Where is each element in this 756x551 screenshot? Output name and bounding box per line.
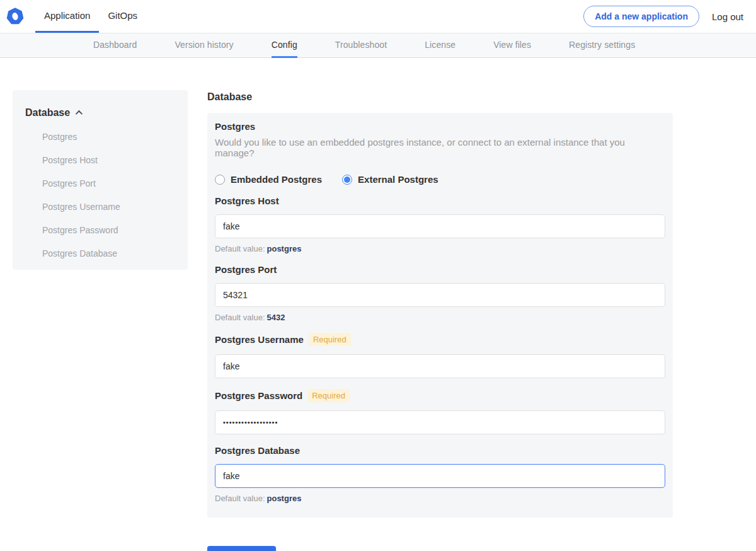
- postgres-database-input[interactable]: [215, 464, 665, 488]
- sidebar-group-database[interactable]: Database: [25, 107, 175, 119]
- config-main-column: Database Postgres Would you like to use …: [207, 91, 673, 551]
- sidebar-item-postgres-password[interactable]: Postgres Password: [25, 225, 175, 235]
- add-new-application-button[interactable]: Add a new application: [583, 6, 699, 27]
- tab-application-label: Application: [44, 10, 90, 21]
- default-value-label: Default value:: [215, 313, 265, 322]
- radio-embedded-postgres[interactable]: Embedded Postgres: [215, 174, 322, 185]
- postgres-host-input[interactable]: [215, 214, 665, 238]
- field-label-postgres-port: Postgres Port: [215, 264, 277, 275]
- group-title: Database: [207, 91, 673, 103]
- sidebar-group-database-label: Database: [25, 107, 70, 119]
- default-value-label: Default value:: [215, 494, 265, 503]
- required-badge: Required: [307, 389, 350, 402]
- default-value-label: Default value:: [215, 244, 265, 253]
- postgres-port-default-helper: Default value:5432: [215, 313, 665, 322]
- top-nav-tabs: Application GitOps: [35, 0, 146, 33]
- radio-checked-icon: [342, 175, 352, 185]
- postgres-database-default-helper: Default value:postgres: [215, 494, 665, 503]
- top-nav-right: Add a new application Log out: [583, 0, 756, 33]
- required-badge: Required: [309, 333, 351, 346]
- subnav-item-registry-settings[interactable]: Registry settings: [569, 33, 635, 58]
- sidebar-item-postgres-database[interactable]: Postgres Database: [25, 248, 175, 258]
- config-group-card: Postgres Would you like to use an embedd…: [207, 113, 673, 518]
- tab-gitops[interactable]: GitOps: [99, 0, 146, 33]
- radio-external-postgres-label: External Postgres: [358, 174, 438, 185]
- sidebar-item-postgres[interactable]: Postgres: [25, 132, 175, 142]
- tab-gitops-label: GitOps: [108, 10, 137, 21]
- sidebar-item-postgres-port[interactable]: Postgres Port: [25, 178, 175, 188]
- subnav-item-dashboard[interactable]: Dashboard: [93, 33, 137, 58]
- default-value-text: 5432: [267, 313, 285, 322]
- subnav-item-troubleshoot[interactable]: Troubleshoot: [335, 33, 387, 58]
- default-value-text: postgres: [267, 244, 302, 253]
- postgres-host-default-helper: Default value:postgres: [215, 244, 665, 253]
- subnav-label-view-files: View files: [493, 40, 531, 50]
- app-logo: [0, 0, 35, 33]
- subnav-item-config[interactable]: Config: [272, 33, 297, 58]
- config-page-body: Database Postgres Postgres Host Postgres…: [0, 58, 756, 551]
- subnav-item-view-files[interactable]: View files: [493, 33, 531, 58]
- field-label-postgres-host: Postgres Host: [215, 195, 279, 206]
- radio-unchecked-icon: [215, 175, 225, 185]
- field-postgres-database: Postgres Database Default value:postgres: [215, 445, 665, 503]
- subnav-label-registry-settings: Registry settings: [569, 40, 635, 50]
- postgres-password-input[interactable]: [215, 410, 665, 434]
- top-nav: Application GitOps Add a new application…: [0, 0, 756, 33]
- chevron-up-icon: [76, 110, 83, 117]
- field-postgres-host: Postgres Host Default value:postgres: [215, 195, 665, 253]
- item-description: Would you like to use an embedded postgr…: [215, 137, 665, 158]
- config-sidebar: Database Postgres Postgres Host Postgres…: [13, 90, 188, 270]
- radio-external-postgres[interactable]: External Postgres: [342, 174, 438, 185]
- postgres-username-input[interactable]: [215, 354, 665, 378]
- postgres-radio-group: Embedded Postgres External Postgres: [215, 174, 665, 185]
- subnav-label-troubleshoot: Troubleshoot: [335, 40, 387, 50]
- tab-application[interactable]: Application: [35, 0, 99, 33]
- kots-logo-icon: [6, 8, 24, 25]
- sidebar-item-postgres-username[interactable]: Postgres Username: [25, 202, 175, 212]
- subnav-label-license: License: [425, 40, 455, 50]
- field-label-postgres-database: Postgres Database: [215, 445, 300, 456]
- field-postgres-username: Postgres Username Required: [215, 333, 665, 378]
- field-postgres-port: Postgres Port Default value:5432: [215, 264, 665, 322]
- subnav-item-version-history[interactable]: Version history: [175, 33, 233, 58]
- field-label-postgres-username: Postgres Username: [215, 334, 304, 345]
- save-config-button[interactable]: Save config: [207, 546, 276, 551]
- postgres-port-input[interactable]: [215, 283, 665, 307]
- logout-link[interactable]: Log out: [712, 11, 743, 22]
- item-heading-postgres: Postgres: [215, 121, 665, 132]
- field-label-postgres-password: Postgres Password: [215, 390, 302, 401]
- subnav-label-dashboard: Dashboard: [93, 40, 137, 50]
- subnav-label-version-history: Version history: [175, 40, 233, 50]
- subnav-item-license[interactable]: License: [425, 33, 455, 58]
- radio-embedded-postgres-label: Embedded Postgres: [231, 174, 322, 185]
- subnav-label-config: Config: [272, 40, 297, 50]
- field-postgres-password: Postgres Password Required: [215, 389, 665, 434]
- default-value-text: postgres: [267, 494, 302, 503]
- app-subnav: Dashboard Version history Config Trouble…: [0, 33, 756, 58]
- sidebar-item-postgres-host[interactable]: Postgres Host: [25, 155, 175, 165]
